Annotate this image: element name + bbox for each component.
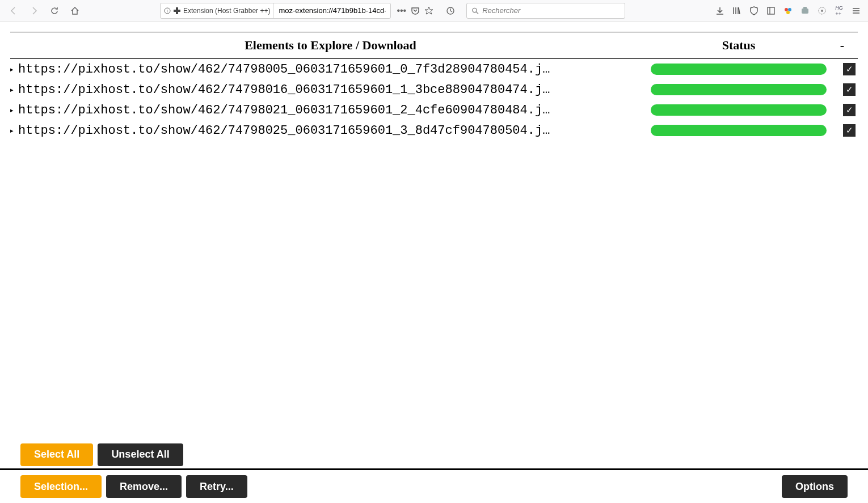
more-icon[interactable]: •••: [397, 6, 406, 16]
header-elements: Elements to Explore / Download: [10, 38, 651, 53]
retry-button[interactable]: Retry...: [186, 475, 247, 498]
check-cell: ✓: [827, 124, 858, 137]
status-cell: [651, 64, 827, 75]
svg-rect-10: [803, 7, 807, 9]
remove-button[interactable]: Remove...: [106, 475, 182, 498]
status-cell: [651, 84, 827, 95]
row-checkbox[interactable]: ✓: [843, 63, 856, 75]
check-cell: ✓: [827, 83, 858, 96]
toolbar-icons: HG++: [715, 6, 863, 16]
back-button[interactable]: [5, 2, 23, 19]
home-button[interactable]: [66, 2, 84, 19]
expand-icon[interactable]: ▸: [10, 127, 18, 134]
shield-icon[interactable]: [749, 6, 759, 16]
url-cell[interactable]: https://pixhost.to/show/462/74798025_060…: [18, 124, 651, 138]
rows-container: ▸ https://pixhost.to/show/462/74798005_0…: [10, 59, 858, 141]
expand-icon[interactable]: ▸: [10, 66, 18, 73]
main-content: Elements to Explore / Download Status - …: [0, 22, 868, 441]
extension-b-icon[interactable]: [800, 6, 810, 16]
svg-rect-4: [768, 7, 774, 14]
row-checkbox[interactable]: ✓: [843, 83, 856, 96]
pocket-icon[interactable]: [411, 6, 420, 15]
reload-button[interactable]: [45, 2, 64, 19]
table-row: ▸ https://pixhost.to/show/462/74798021_0…: [10, 100, 858, 120]
search-input[interactable]: [482, 6, 620, 15]
search-icon: [471, 7, 479, 15]
check-cell: ✓: [827, 104, 858, 116]
status-cell: [651, 104, 827, 116]
url-cell[interactable]: https://pixhost.to/show/462/74798021_060…: [18, 103, 651, 117]
url-actions: •••: [393, 6, 437, 16]
header-check: -: [827, 38, 858, 53]
svg-point-7: [788, 8, 791, 11]
status-cell: [651, 125, 827, 136]
search-box[interactable]: [466, 3, 625, 19]
extension-d-icon[interactable]: HG++: [834, 6, 844, 16]
url-input[interactable]: [274, 6, 390, 15]
check-cell: ✓: [827, 63, 858, 75]
action-bar: Selection... Remove... Retry... Options: [0, 470, 868, 503]
table-row: ▸ https://pixhost.to/show/462/74798016_0…: [10, 79, 858, 100]
svg-point-3: [473, 8, 477, 12]
browser-chrome: i Extension (Host Grabber ++) ••• HG++: [0, 0, 868, 22]
history-button[interactable]: [441, 2, 460, 19]
forward-button[interactable]: [25, 2, 43, 19]
progress-bar: [651, 125, 827, 136]
extension-label: Extension (Host Grabber ++): [183, 7, 270, 15]
svg-point-6: [785, 8, 788, 11]
library-icon[interactable]: [732, 6, 742, 16]
progress-bar: [651, 84, 827, 95]
extension-identity: i Extension (Host Grabber ++): [161, 3, 274, 18]
row-checkbox[interactable]: ✓: [843, 104, 856, 116]
downloads-icon[interactable]: [715, 6, 725, 16]
options-button[interactable]: Options: [782, 475, 848, 498]
svg-rect-9: [802, 9, 808, 14]
selection-button[interactable]: Selection...: [20, 475, 102, 498]
expand-icon[interactable]: ▸: [10, 86, 18, 94]
expand-icon[interactable]: ▸: [10, 107, 18, 114]
progress-bar: [651, 64, 827, 75]
select-all-button[interactable]: Select All: [20, 443, 93, 466]
progress-bar: [651, 104, 827, 116]
url-cell[interactable]: https://pixhost.to/show/462/74798016_060…: [18, 83, 651, 97]
unselect-all-button[interactable]: Unselect All: [98, 443, 183, 466]
table-row: ▸ https://pixhost.to/show/462/74798025_0…: [10, 120, 858, 141]
selection-bar: Select All Unselect All: [0, 441, 868, 470]
header-status: Status: [651, 38, 827, 53]
table-header: Elements to Explore / Download Status -: [10, 32, 858, 59]
bookmark-star-icon[interactable]: [424, 6, 433, 15]
extension-c-icon[interactable]: [817, 6, 827, 16]
svg-point-12: [821, 10, 823, 12]
sidebar-icon[interactable]: [766, 6, 776, 16]
svg-text:i: i: [167, 9, 168, 14]
url-cell[interactable]: https://pixhost.to/show/462/74798005_060…: [18, 62, 651, 77]
hamburger-menu-icon[interactable]: [851, 6, 861, 16]
svg-point-8: [786, 11, 790, 14]
extension-a-icon[interactable]: [783, 6, 793, 16]
url-bar[interactable]: i Extension (Host Grabber ++): [160, 3, 391, 19]
table-row: ▸ https://pixhost.to/show/462/74798005_0…: [10, 59, 858, 79]
row-checkbox[interactable]: ✓: [843, 124, 856, 137]
